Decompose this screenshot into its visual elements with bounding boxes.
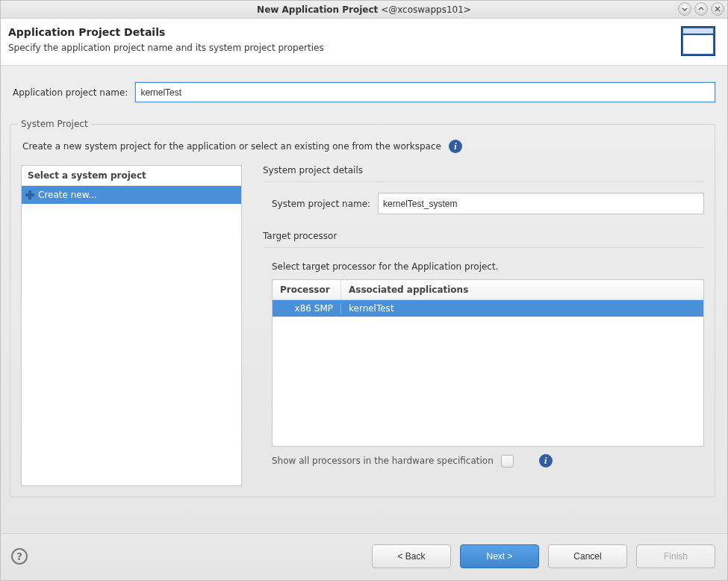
banner-heading: Application Project Details <box>8 26 324 38</box>
button-row: < Back Next > Cancel Finish <box>372 544 715 568</box>
app-name-row: Application project name: <box>13 82 715 102</box>
assoc-apps-cell: kernelTest <box>341 303 703 314</box>
back-button[interactable]: < Back <box>372 544 451 568</box>
target-processor-title: Target processor <box>263 231 704 248</box>
close-button[interactable] <box>711 2 724 16</box>
wizard-window: New Application Project <@xcoswapps101> … <box>0 0 728 581</box>
system-project-name-label: System project name: <box>272 199 370 209</box>
processor-table-head: Processor Associated applications <box>273 280 703 300</box>
create-new-label: Create new... <box>38 190 97 200</box>
col-assoc-apps: Associated applications <box>341 280 703 299</box>
system-project-name-row: System project name: <box>272 193 704 214</box>
minimize-button[interactable] <box>678 2 691 16</box>
wizard-banner: Application Project Details Specify the … <box>1 19 727 66</box>
show-all-row: Show all processors in the hardware spec… <box>272 454 704 467</box>
banner-text: Application Project Details Specify the … <box>8 26 324 53</box>
system-project-list-wrap: Select a system project Create new... <box>21 165 242 486</box>
system-project-name-input[interactable] <box>378 193 704 214</box>
system-project-two-col: Select a system project Create new... Sy… <box>21 165 704 486</box>
next-button[interactable]: Next > <box>460 544 539 568</box>
app-name-label: Application project name: <box>13 87 128 98</box>
system-project-details-pane: System project details System project na… <box>263 165 704 486</box>
processor-table-body: x86 SMP kernelTest <box>273 300 703 446</box>
details-title: System project details <box>263 165 704 182</box>
col-processor: Processor <box>273 280 341 299</box>
app-name-input[interactable] <box>135 82 715 102</box>
show-all-label: Show all processors in the hardware spec… <box>272 456 494 466</box>
info-icon[interactable]: i <box>449 140 462 153</box>
help-icon[interactable]: ? <box>11 548 28 565</box>
create-new-item[interactable]: Create new... <box>22 186 241 204</box>
target-processor-desc: Select target processor for the Applicat… <box>272 261 704 272</box>
system-project-group: System Project Create a new system proje… <box>10 119 715 497</box>
window-title: New Application Project <@xcoswapps101> <box>257 4 471 15</box>
window-title-context: <@xcoswapps101> <box>378 4 471 15</box>
system-project-legend: System Project <box>18 119 91 129</box>
system-project-desc: Create a new system project for the appl… <box>22 141 441 152</box>
wizard-footer: ? < Back Next > Cancel Finish <box>1 533 727 580</box>
window-controls <box>678 2 724 16</box>
system-project-desc-row: Create a new system project for the appl… <box>22 140 704 153</box>
cancel-button[interactable]: Cancel <box>548 544 627 568</box>
titlebar: New Application Project <@xcoswapps101> <box>1 1 727 19</box>
processor-table[interactable]: Processor Associated applications x86 SM… <box>272 279 704 447</box>
processor-row[interactable]: x86 SMP kernelTest <box>273 300 703 317</box>
banner-sub: Specify the application project name and… <box>8 43 324 53</box>
processor-cell: x86 SMP <box>273 303 341 314</box>
finish-button[interactable]: Finish <box>636 544 715 568</box>
info-icon[interactable]: i <box>539 454 553 467</box>
wizard-content: Application project name: System Project… <box>1 66 727 533</box>
show-all-checkbox[interactable] <box>501 455 514 467</box>
system-project-list[interactable]: Select a system project Create new... <box>21 165 242 486</box>
maximize-button[interactable] <box>694 2 708 16</box>
system-project-list-header: Select a system project <box>22 166 241 186</box>
application-icon <box>681 26 715 56</box>
plus-icon <box>25 190 35 200</box>
window-title-main: New Application Project <box>257 4 378 15</box>
